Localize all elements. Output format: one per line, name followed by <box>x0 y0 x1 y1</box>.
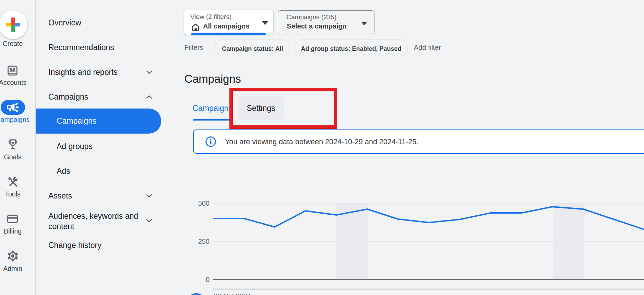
svg-text:500: 500 <box>198 200 210 207</box>
svg-text:250: 250 <box>198 238 210 245</box>
svg-text:30 Oct 2024: 30 Oct 2024 <box>214 292 251 295</box>
svg-text:0: 0 <box>206 276 210 283</box>
